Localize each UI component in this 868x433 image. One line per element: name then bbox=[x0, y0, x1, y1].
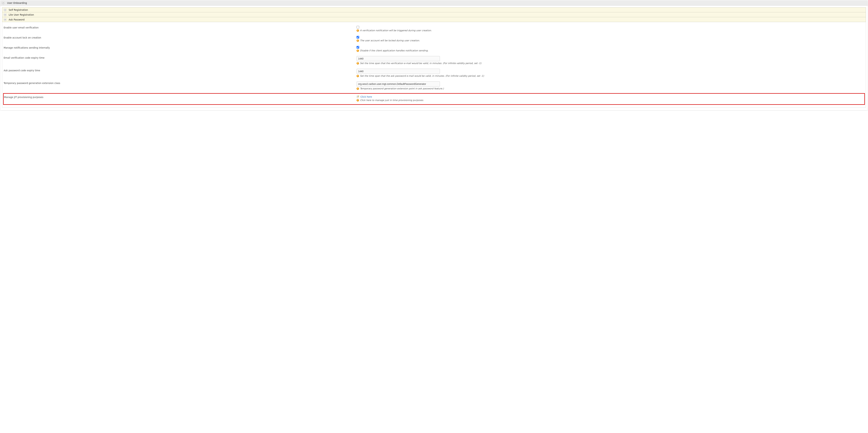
chevron-down-icon[interactable] bbox=[4, 13, 7, 16]
field-hint: Set the time span that the ask password … bbox=[360, 75, 484, 77]
field-label: Ask password code expiry time bbox=[4, 69, 356, 72]
field-hint: Click here to manage just in time provis… bbox=[360, 99, 424, 101]
panel-title: User Onboarding bbox=[6, 2, 27, 4]
field-enable-account-lock: Enable account lock on creation ? The us… bbox=[3, 35, 865, 44]
field-hint: Temporary password generation extension … bbox=[360, 87, 444, 90]
field-label: Enable user email verification bbox=[4, 26, 356, 29]
field-hint: Disable if the client application handle… bbox=[360, 49, 429, 52]
input-email-expiry[interactable] bbox=[356, 56, 440, 61]
field-enable-email-verification: Enable user email verification ? A verif… bbox=[3, 25, 865, 35]
field-manage-jit-purposes: Manage JIT provisioning purposes bbox=[3, 93, 865, 105]
field-hint: The user account will be locked during u… bbox=[360, 39, 420, 42]
field-label: Enable account lock on creation bbox=[4, 36, 356, 39]
field-hint: A verification notification will be trig… bbox=[360, 29, 432, 32]
help-icon: ? bbox=[356, 29, 359, 32]
input-temp-password-class[interactable] bbox=[356, 81, 440, 87]
section-title: Self Registration bbox=[9, 8, 28, 11]
help-icon: ? bbox=[356, 62, 359, 65]
field-label: Manage JIT provisioning purposes bbox=[4, 95, 356, 99]
section-header-ask-password[interactable]: Ask Password bbox=[2, 17, 866, 22]
checkbox-manage-notifications[interactable] bbox=[356, 46, 359, 48]
section-header-self-registration[interactable]: Self Registration bbox=[2, 7, 866, 12]
field-hint: Set the time span that the verification … bbox=[360, 62, 482, 65]
document-icon bbox=[356, 95, 359, 98]
input-ask-expiry[interactable] bbox=[356, 69, 440, 74]
field-ask-expiry: Ask password code expiry time ? Set the … bbox=[3, 67, 865, 80]
chevron-up-icon[interactable] bbox=[4, 18, 7, 21]
section-title: Ask Password bbox=[9, 18, 25, 21]
help-icon: ? bbox=[356, 75, 359, 77]
help-icon: ? bbox=[356, 39, 359, 42]
checkbox-enable-account-lock[interactable] bbox=[356, 36, 359, 38]
field-label: Temporary password generation extension … bbox=[4, 81, 356, 85]
field-manage-notifications: Manage notifications sending internally … bbox=[3, 44, 865, 55]
chevron-down-icon[interactable] bbox=[4, 8, 7, 11]
help-icon: ? bbox=[356, 99, 359, 101]
link-click-here[interactable]: Click here bbox=[361, 95, 372, 98]
section-title: Lite User Registration bbox=[9, 13, 34, 16]
field-temp-password-class: Temporary password generation extension … bbox=[3, 80, 865, 93]
field-email-expiry: Email verification code expiry time ? Se… bbox=[3, 55, 865, 67]
ask-password-form: Enable user email verification ? A verif… bbox=[2, 22, 866, 107]
help-icon: ? bbox=[356, 88, 359, 90]
field-label: Manage notifications sending internally bbox=[4, 46, 356, 49]
field-label: Email verification code expiry time bbox=[4, 56, 356, 59]
panel-header-user-onboarding[interactable]: User Onboarding bbox=[0, 0, 868, 5]
checkbox-enable-email-verification[interactable] bbox=[356, 26, 359, 28]
section-header-lite-user-registration[interactable]: Lite User Registration bbox=[2, 12, 866, 17]
help-icon: ? bbox=[356, 49, 359, 52]
chevron-up-icon[interactable] bbox=[2, 1, 5, 4]
svg-point-4 bbox=[358, 96, 359, 96]
